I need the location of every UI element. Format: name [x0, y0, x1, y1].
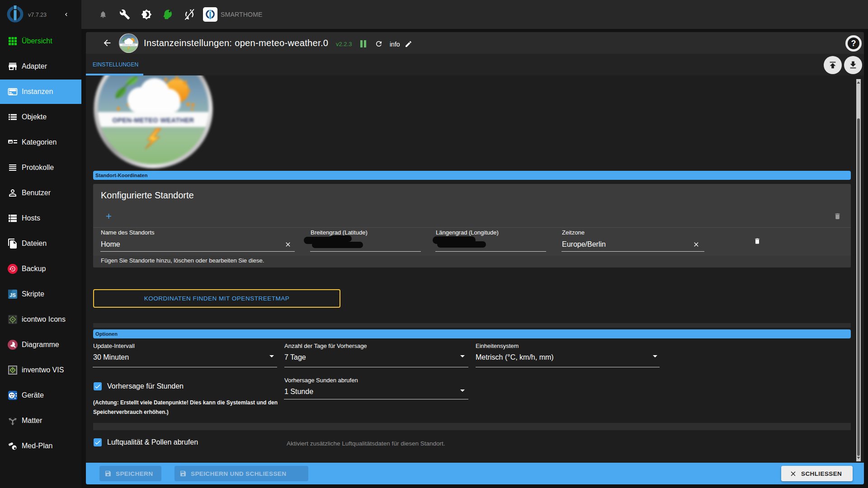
svg-text:JS: JS — [9, 292, 15, 298]
